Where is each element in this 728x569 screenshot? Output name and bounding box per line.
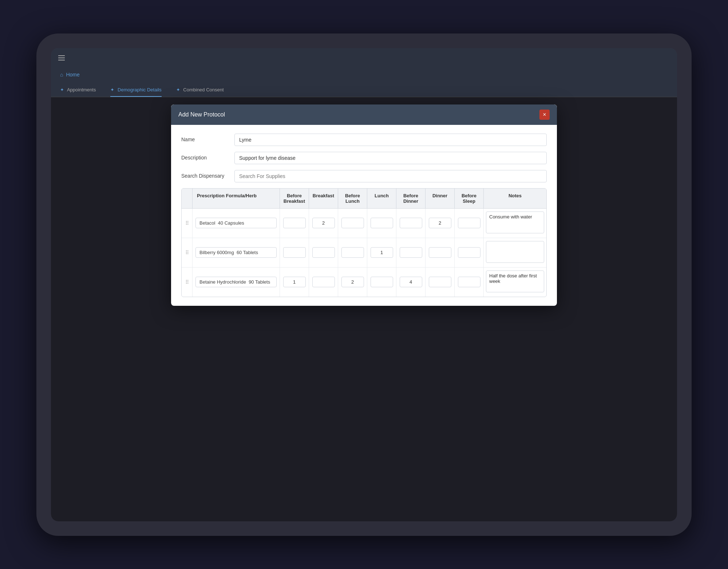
description-row: Description: [181, 152, 547, 164]
th-breakfast: Breakfast: [309, 189, 338, 208]
drag-handle-3[interactable]: ⠿: [182, 268, 193, 297]
modal-close-button[interactable]: ×: [539, 110, 550, 120]
notes-textarea-2[interactable]: [486, 241, 544, 263]
formula-cell-1: [193, 209, 280, 238]
lunch-input-3[interactable]: [371, 277, 393, 287]
table-row: ⠿: [182, 268, 546, 297]
th-drag: [182, 189, 193, 208]
before-dinner-cell-1: [396, 209, 426, 238]
before-sleep-cell-1: [455, 209, 484, 238]
th-lunch: Lunch: [367, 189, 396, 208]
search-dispensary-label: Search Dispensary: [181, 170, 229, 179]
drag-handle-1[interactable]: ⠿: [182, 209, 193, 238]
name-label: Name: [181, 134, 229, 142]
lunch-cell-3: [367, 268, 396, 297]
description-label: Description: [181, 152, 229, 161]
before-breakfast-cell-3: [280, 268, 309, 297]
notes-wrapper-3: Half the dose after first week: [486, 270, 544, 294]
th-before-dinner: Before Dinner: [396, 189, 426, 208]
breakfast-cell-1: [309, 209, 338, 238]
before-dinner-cell-3: [396, 268, 426, 297]
drag-icon-1: ⠿: [185, 220, 189, 226]
table-row: ⠿: [182, 209, 546, 238]
before-breakfast-input-1[interactable]: [283, 218, 306, 228]
breakfast-cell-2: [309, 238, 338, 267]
dinner-cell-3: [426, 268, 455, 297]
drag-icon-3: ⠿: [185, 279, 189, 285]
before-sleep-cell-2: [455, 238, 484, 267]
modal-header: Add New Protocol ×: [171, 104, 557, 125]
th-notes: Notes: [484, 189, 546, 208]
dinner-cell-2: [426, 238, 455, 267]
tab-combined-consent[interactable]: ✦ Combined Consent: [176, 87, 224, 97]
breadcrumb-home-label[interactable]: Home: [66, 72, 79, 78]
name-input[interactable]: [234, 134, 547, 146]
breakfast-input-2[interactable]: [312, 247, 335, 258]
before-sleep-input-3[interactable]: [458, 277, 480, 287]
before-sleep-input-2[interactable]: [458, 247, 480, 258]
tab-demographic-icon: ✦: [110, 87, 114, 92]
formula-input-1[interactable]: [195, 218, 277, 228]
breakfast-input-3[interactable]: [312, 277, 335, 287]
before-dinner-cell-2: [396, 238, 426, 267]
tablet-screen: ⌂ Home ✦ Appointments ✦ Demographic Deta…: [51, 48, 677, 521]
before-breakfast-cell-1: [280, 209, 309, 238]
before-lunch-input-1[interactable]: [341, 218, 364, 228]
screen-content: Add New Protocol × Name Description: [51, 97, 677, 521]
before-lunch-input-2[interactable]: [341, 247, 364, 258]
nav-tabs-bar: ✦ Appointments ✦ Demographic Details ✦ C…: [51, 81, 677, 97]
before-lunch-cell-1: [338, 209, 367, 238]
before-sleep-input-1[interactable]: [458, 218, 480, 228]
notes-wrapper-1: Consume with water: [486, 212, 544, 235]
tab-demographic-label: Demographic Details: [118, 87, 162, 92]
formula-input-2[interactable]: [195, 247, 277, 258]
notes-textarea-3[interactable]: Half the dose after first week: [486, 270, 544, 292]
protocol-table: Prescription Formula/Herb Before Breakfa…: [181, 188, 547, 297]
before-breakfast-input-2[interactable]: [283, 247, 306, 258]
th-dinner: Dinner: [426, 189, 455, 208]
lunch-input-2[interactable]: [371, 247, 393, 258]
modal-add-protocol: Add New Protocol × Name Description: [171, 104, 557, 306]
lunch-cell-2: [367, 238, 396, 267]
drag-icon-2: ⠿: [185, 250, 189, 256]
formula-cell-2: [193, 238, 280, 267]
before-breakfast-cell-2: [280, 238, 309, 267]
before-lunch-input-3[interactable]: [341, 277, 364, 287]
tab-appointments-label: Appointments: [67, 87, 96, 92]
th-formula: Prescription Formula/Herb: [193, 189, 280, 208]
table-row: ⠿: [182, 238, 546, 268]
dinner-cell-1: [426, 209, 455, 238]
lunch-input-1[interactable]: [371, 218, 393, 228]
formula-input-3[interactable]: [195, 277, 277, 287]
before-lunch-cell-3: [338, 268, 367, 297]
tab-demographic-details[interactable]: ✦ Demographic Details: [110, 87, 161, 97]
dinner-input-2[interactable]: [429, 247, 451, 258]
drag-handle-2[interactable]: ⠿: [182, 238, 193, 267]
lunch-cell-1: [367, 209, 396, 238]
th-before-breakfast: Before Breakfast: [280, 189, 309, 208]
dinner-input-3[interactable]: [429, 277, 451, 287]
formula-cell-3: [193, 268, 280, 297]
before-breakfast-input-3[interactable]: [283, 277, 306, 287]
tab-appointments-icon: ✦: [60, 87, 64, 92]
tab-consent-label: Combined Consent: [183, 87, 223, 92]
description-input[interactable]: [234, 152, 547, 164]
notes-textarea-1[interactable]: Consume with water: [486, 212, 544, 233]
breakfast-input-1[interactable]: [312, 218, 335, 228]
before-dinner-input-2[interactable]: [400, 247, 422, 258]
hamburger-icon[interactable]: [58, 55, 65, 60]
notes-cell-1: Consume with water: [484, 209, 546, 238]
before-sleep-cell-3: [455, 268, 484, 297]
home-icon: ⌂: [60, 72, 63, 78]
before-lunch-cell-2: [338, 238, 367, 267]
top-bar: [51, 48, 677, 68]
search-dispensary-row: Search Dispensary: [181, 170, 547, 182]
search-dispensary-input[interactable]: [234, 170, 547, 182]
before-dinner-input-1[interactable]: [400, 218, 422, 228]
th-before-lunch: Before Lunch: [338, 189, 367, 208]
dinner-input-1[interactable]: [429, 218, 451, 228]
tab-appointments[interactable]: ✦ Appointments: [60, 87, 96, 97]
tab-consent-icon: ✦: [176, 87, 180, 92]
before-dinner-input-3[interactable]: [400, 277, 422, 287]
notes-wrapper-2: [486, 241, 544, 264]
